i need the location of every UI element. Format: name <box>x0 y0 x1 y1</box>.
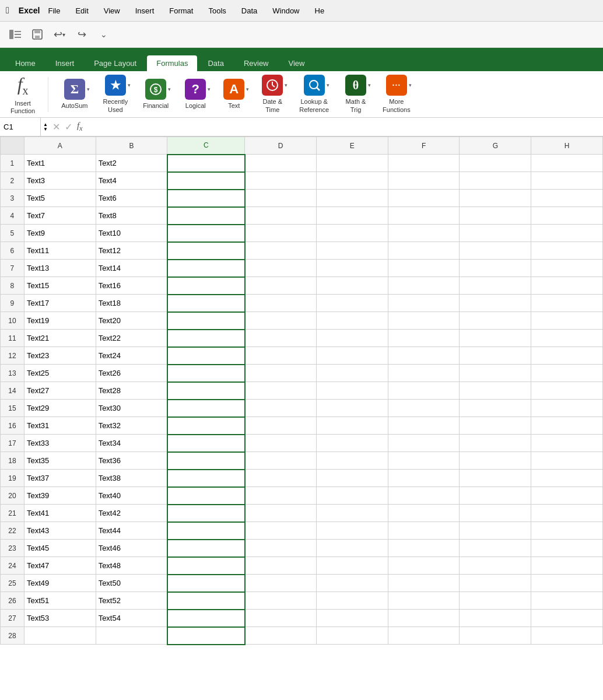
cell-D6[interactable] <box>245 242 317 260</box>
row-header-21[interactable]: 21 <box>1 505 24 522</box>
row-header-6[interactable]: 6 <box>1 242 24 260</box>
row-header-26[interactable]: 26 <box>1 592 24 610</box>
cell-E23[interactable] <box>317 540 388 557</box>
row-header-12[interactable]: 12 <box>1 347 24 365</box>
cell-ref-arrows[interactable]: ▲ ▼ <box>41 123 50 132</box>
cell-D8[interactable] <box>245 277 317 295</box>
row-header-17[interactable]: 17 <box>1 435 24 452</box>
cell-D5[interactable] <box>245 225 317 242</box>
cell-B19[interactable]: Text38 <box>96 470 167 487</box>
confirm-formula-icon[interactable]: ✓ <box>65 121 72 132</box>
cell-A23[interactable]: Text45 <box>24 540 96 557</box>
cell-D27[interactable] <box>245 610 317 627</box>
row-header-27[interactable]: 27 <box>1 610 24 627</box>
cell-E6[interactable] <box>317 242 388 260</box>
cell-A4[interactable]: Text7 <box>24 207 96 225</box>
menu-help[interactable]: He <box>313 5 327 16</box>
cell-E5[interactable] <box>317 225 388 242</box>
menu-window[interactable]: Window <box>270 5 302 16</box>
cell-G6[interactable] <box>460 242 531 260</box>
cell-H8[interactable] <box>531 277 603 295</box>
row-header-3[interactable]: 3 <box>1 190 24 207</box>
cell-E11[interactable] <box>317 330 388 347</box>
cell-G10[interactable] <box>460 312 531 330</box>
tab-view[interactable]: View <box>279 55 314 71</box>
row-header-7[interactable]: 7 <box>1 260 24 277</box>
cell-C22[interactable] <box>167 522 245 540</box>
cell-F5[interactable] <box>388 225 460 242</box>
row-header-14[interactable]: 14 <box>1 382 24 400</box>
cell-H17[interactable] <box>531 435 603 452</box>
cell-G9[interactable] <box>460 295 531 312</box>
row-header-8[interactable]: 8 <box>1 277 24 295</box>
cell-E15[interactable] <box>317 400 388 417</box>
cell-C4[interactable] <box>167 207 245 225</box>
cell-A20[interactable]: Text39 <box>24 487 96 505</box>
cell-C13[interactable] <box>167 365 245 382</box>
menu-view[interactable]: View <box>101 5 122 16</box>
cell-A12[interactable]: Text23 <box>24 347 96 365</box>
cell-A3[interactable]: Text5 <box>24 190 96 207</box>
cell-E9[interactable] <box>317 295 388 312</box>
cell-D9[interactable] <box>245 295 317 312</box>
cell-H3[interactable] <box>531 190 603 207</box>
row-header-5[interactable]: 5 <box>1 225 24 242</box>
tab-home[interactable]: Home <box>6 55 45 71</box>
cell-D4[interactable] <box>245 207 317 225</box>
cell-H11[interactable] <box>531 330 603 347</box>
cell-D11[interactable] <box>245 330 317 347</box>
cell-E10[interactable] <box>317 312 388 330</box>
cell-B25[interactable]: Text50 <box>96 575 167 592</box>
cell-A6[interactable]: Text11 <box>24 242 96 260</box>
cell-C18[interactable] <box>167 452 245 470</box>
cell-A8[interactable]: Text15 <box>24 277 96 295</box>
menu-file[interactable]: File <box>45 5 62 16</box>
tab-formulas[interactable]: Formulas <box>147 55 197 71</box>
cell-F14[interactable] <box>388 382 460 400</box>
ribbon-group-recently-used[interactable]: ★ ▾ RecentlyUsed <box>98 72 132 116</box>
cell-B5[interactable]: Text10 <box>96 225 167 242</box>
cell-H7[interactable] <box>531 260 603 277</box>
cell-A27[interactable]: Text53 <box>24 610 96 627</box>
cell-B9[interactable]: Text18 <box>96 295 167 312</box>
tab-page-layout[interactable]: Page Layout <box>85 55 146 71</box>
cancel-formula-icon[interactable]: ✕ <box>52 121 60 132</box>
cell-D2[interactable] <box>245 172 317 190</box>
cell-H26[interactable] <box>531 592 603 610</box>
col-header-g[interactable]: G <box>460 137 531 155</box>
cell-A28[interactable] <box>24 627 96 645</box>
cell-D13[interactable] <box>245 365 317 382</box>
cell-B17[interactable]: Text34 <box>96 435 167 452</box>
cell-A11[interactable]: Text21 <box>24 330 96 347</box>
cell-C21[interactable] <box>167 505 245 522</box>
cell-H25[interactable] <box>531 575 603 592</box>
cell-H9[interactable] <box>531 295 603 312</box>
cell-E17[interactable] <box>317 435 388 452</box>
row-header-2[interactable]: 2 <box>1 172 24 190</box>
cell-A16[interactable]: Text31 <box>24 417 96 435</box>
cell-D28[interactable] <box>245 627 317 645</box>
cell-A25[interactable]: Text49 <box>24 575 96 592</box>
cell-A14[interactable]: Text27 <box>24 382 96 400</box>
cell-F3[interactable] <box>388 190 460 207</box>
cell-F25[interactable] <box>388 575 460 592</box>
cell-E2[interactable] <box>317 172 388 190</box>
cell-B11[interactable]: Text22 <box>96 330 167 347</box>
cell-F15[interactable] <box>388 400 460 417</box>
cell-B15[interactable]: Text30 <box>96 400 167 417</box>
cell-D16[interactable] <box>245 417 317 435</box>
ribbon-group-more-functions[interactable]: ··· ▾ MoreFunctions <box>378 72 415 116</box>
cell-C9[interactable] <box>167 295 245 312</box>
cell-H19[interactable] <box>531 470 603 487</box>
row-header-18[interactable]: 18 <box>1 452 24 470</box>
cell-E13[interactable] <box>317 365 388 382</box>
cell-B23[interactable]: Text46 <box>96 540 167 557</box>
cell-G12[interactable] <box>460 347 531 365</box>
cell-D20[interactable] <box>245 487 317 505</box>
cell-F6[interactable] <box>388 242 460 260</box>
cell-E18[interactable] <box>317 452 388 470</box>
ribbon-group-text[interactable]: A ▾ Text <box>218 76 250 112</box>
cell-F19[interactable] <box>388 470 460 487</box>
cell-H18[interactable] <box>531 452 603 470</box>
cell-G21[interactable] <box>460 505 531 522</box>
